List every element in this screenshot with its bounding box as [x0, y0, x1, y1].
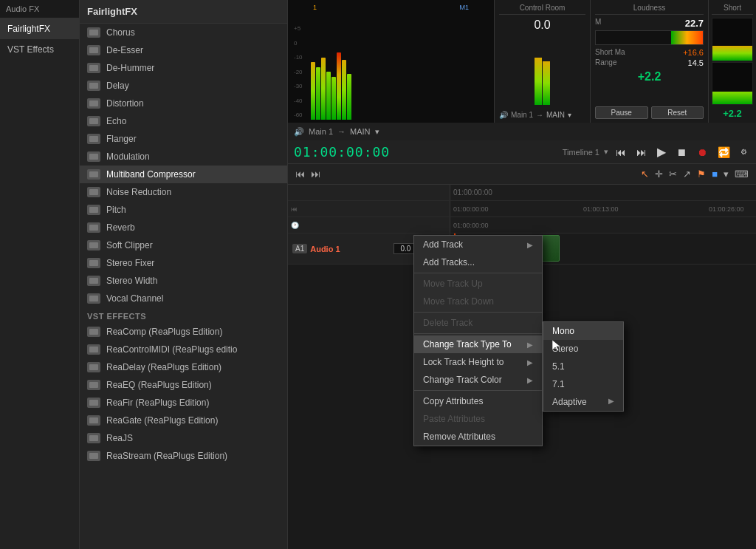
color-button[interactable]: ■ — [710, 167, 719, 181]
fx-panel: FairlightFX Chorus De-Esser De-Hummer De… — [80, 0, 288, 549]
reset-button[interactable]: Reset — [651, 106, 704, 119]
fx-item-vocal-channel[interactable]: Vocal Channel — [80, 290, 287, 307]
fx-icon — [87, 276, 100, 286]
sidebar-item-vst[interactable]: VST Effects — [0, 39, 79, 60]
add-tool-button[interactable]: ✛ — [653, 167, 664, 181]
time-ruler-label: 01:00:00:00 — [453, 205, 489, 213]
fx-item-echo[interactable]: Echo — [80, 112, 287, 130]
select-tool-button[interactable]: ↖ — [639, 167, 650, 181]
fx-item-flanger[interactable]: Flanger — [80, 130, 287, 148]
track-name: Audio 1 — [310, 245, 340, 253]
transport-bar: 01:00:00:00 Timeline 1 ▾ ⏮ ⏭ ▶ ⏹ ⏺ 🔁 ⚙ — [288, 140, 756, 164]
sub-ctx-71[interactable]: 7.1 — [543, 375, 623, 393]
fx-item-noise-reduction[interactable]: Noise Reduction — [80, 183, 287, 201]
sub-ctx-mono[interactable]: Mono — [543, 322, 623, 340]
fx-item-de-esser[interactable]: De-Esser — [80, 41, 287, 59]
ctx-arrow-icon-4: ▶ — [527, 376, 533, 384]
fx-icon — [87, 81, 100, 91]
short-panel: Short +2.2 — [708, 0, 756, 123]
ctx-move-up: Move Track Up — [414, 275, 542, 293]
loop-button[interactable]: 🔁 — [715, 145, 733, 160]
flag-button[interactable]: ⚑ — [695, 167, 707, 181]
fast-forward-button[interactable]: ⏭ — [633, 145, 650, 160]
skip-to-start-button[interactable]: ⏮ — [294, 167, 306, 181]
split-tool-button[interactable]: ✂ — [667, 167, 678, 181]
more-button[interactable]: ⚙ — [738, 146, 750, 157]
fx-icon — [87, 63, 100, 73]
fx-icon — [87, 380, 100, 390]
fx-item-multiband[interactable]: Multiband Compressor — [80, 166, 287, 183]
main-routing-label: Main 1 — [309, 127, 333, 136]
fx-item-stereo-fixer[interactable]: Stereo Fixer — [80, 254, 287, 272]
time-marker-row: 01:00:00:00 — [288, 185, 756, 201]
ctx-add-tracks[interactable]: Add Tracks... — [414, 253, 542, 271]
fx-icon — [87, 344, 100, 355]
vst-reacomp[interactable]: ReaComp (ReaPlugs Edition) — [80, 323, 287, 341]
main-routing-dest: MAIN — [350, 127, 371, 136]
ctx-change-color[interactable]: Change Track Color ▶ — [414, 371, 542, 389]
fx-icon — [87, 27, 100, 38]
time-ruler-label-2: 01:00:13:00 — [583, 205, 619, 213]
ctx-arrow-icon: ▶ — [527, 241, 533, 249]
fx-item-chorus[interactable]: Chorus — [80, 24, 287, 41]
timeline-label: Timeline 1 — [563, 148, 599, 157]
cursor-indicator — [552, 340, 561, 352]
vst-reastream[interactable]: ReaStream (ReaPlugs Edition) — [80, 447, 287, 465]
ctx-copy-attributes[interactable]: Copy Attributes — [414, 392, 542, 410]
sidebar-title: Audio FX — [6, 4, 39, 13]
vst-readelay[interactable]: ReaDelay (ReaPlugs Edition) — [80, 358, 287, 376]
skip-back-button[interactable]: ⏮ — [613, 145, 629, 160]
fx-icon — [87, 240, 100, 250]
control-room-panel: Control Room 0.0 🔊 Main 1 → MAIN ▾ — [494, 0, 590, 123]
expand-button[interactable]: ▾ — [722, 167, 730, 181]
fx-item-modulation[interactable]: Modulation — [80, 148, 287, 166]
vst-reaGate[interactable]: ReaGate (ReaPlugs Edition) — [80, 412, 287, 429]
fx-item-reverb[interactable]: Reverb — [80, 219, 287, 236]
sub-ctx-adaptive[interactable]: Adaptive ▶ — [543, 393, 623, 411]
fx-list: Chorus De-Esser De-Hummer Delay Distorti… — [80, 24, 287, 549]
fx-panel-title: FairlightFX — [80, 0, 287, 24]
ctx-lock-track-height[interactable]: Lock Track Height to ▶ — [414, 353, 542, 371]
curve-tool-button[interactable]: ↗ — [681, 167, 693, 181]
fx-icon — [87, 293, 100, 304]
fx-item-distortion[interactable]: Distortion — [80, 95, 287, 112]
record-button[interactable]: ⏺ — [694, 145, 710, 160]
timecode-display: 01:00:00:00 — [294, 144, 424, 160]
speaker-icon: 🔊 — [499, 111, 508, 119]
play-button[interactable]: ▶ — [654, 143, 669, 160]
vst-reajs[interactable]: ReaJS — [80, 429, 287, 447]
ctx-change-track-type[interactable]: Change Track Type To ▶ — [414, 335, 542, 353]
routing-bar: 🔊 Main 1 → MAIN ▾ — [288, 123, 756, 141]
sub-context-menu: Mono Stereo 5.1 7.1 Adaptive ▶ — [543, 321, 624, 412]
short-label: Short — [712, 4, 753, 15]
fx-icon — [87, 327, 100, 337]
fx-icon — [87, 187, 100, 197]
sub-ctx-51[interactable]: 5.1 — [543, 358, 623, 375]
stop-button[interactable]: ⏹ — [673, 145, 690, 160]
skip-to-end-button[interactable]: ⏭ — [309, 167, 322, 181]
vst-reacontrolmidi[interactable]: ReaControlMIDI (ReaPlugs editio — [80, 341, 287, 358]
ctx-separator-2 — [414, 312, 542, 313]
fx-item-pitch[interactable]: Pitch — [80, 201, 287, 219]
ctx-add-track[interactable]: Add Track ▶ — [414, 236, 542, 253]
vst-reaeq[interactable]: ReaEQ (ReaPlugs Edition) — [80, 376, 287, 394]
fx-icon — [87, 151, 100, 162]
keyboard-button[interactable]: ⌨ — [733, 167, 750, 181]
ctx-separator-1 — [414, 273, 542, 273]
fx-item-stereo-width[interactable]: Stereo Width — [80, 272, 287, 290]
ctx-delete-track: Delete Track — [414, 314, 542, 332]
speaker-icon: 🔊 — [294, 127, 304, 137]
fx-item-de-hummer[interactable]: De-Hummer — [80, 59, 287, 77]
time-marker-1: 01:00:00:00 — [453, 188, 492, 197]
sidebar-item-fairlight[interactable]: FairlightFX — [0, 18, 79, 39]
top-meters-area: 1 M1 +5 0 -10 -20 -30 -40 -60 — [288, 0, 756, 123]
time-sub-label: 01:00:00:00 — [453, 222, 489, 229]
fx-icon — [87, 258, 100, 268]
pause-button[interactable]: Pause — [595, 106, 648, 119]
ctx-remove-attributes[interactable]: Remove Attributes — [414, 428, 542, 446]
fx-item-soft-clipper[interactable]: Soft Clipper — [80, 236, 287, 254]
fx-icon — [87, 116, 100, 126]
fx-item-delay[interactable]: Delay — [80, 77, 287, 95]
control-room-value: 0.0 — [499, 18, 585, 32]
vst-reafir[interactable]: ReaFir (ReaPlugs Edition) — [80, 394, 287, 412]
